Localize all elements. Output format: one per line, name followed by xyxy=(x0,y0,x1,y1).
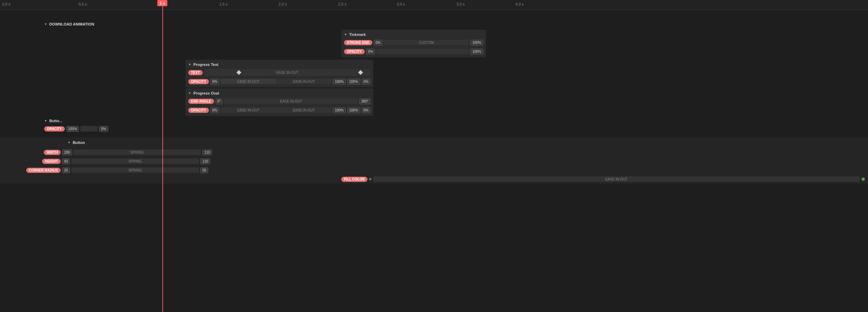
width-row: WIDTH 200 SPRING 110 xyxy=(0,148,868,157)
progress-oval-opacity-v3[interactable]: 100% xyxy=(347,107,360,113)
timeline-ruler: 0,0 s 0,5 s 1 s 1,5 s 2,0 s 2,5 s 3,0 s … xyxy=(0,0,868,10)
progress-text-label: Progress Text xyxy=(193,62,219,67)
button-inner-header-row: ▼ Button xyxy=(0,137,868,148)
height-row: HEIGHT 50 SPRING 110 xyxy=(0,157,868,166)
fill-color-circle-end[interactable] xyxy=(861,177,865,181)
button-outer-opacity-val-end[interactable]: 0% xyxy=(99,126,108,132)
download-animation-section: ▼ DOWNLOAD ANIMATION xyxy=(41,21,97,28)
tickmark-label: Tickmark xyxy=(349,32,366,37)
button-inner-label: Button xyxy=(73,140,85,145)
width-val-start[interactable]: 200 xyxy=(62,149,72,155)
fill-color-label: FILL COLOR xyxy=(341,177,367,182)
progress-text-opacity-v4[interactable]: 0% xyxy=(362,79,371,85)
fill-color-circle-start[interactable] xyxy=(369,178,372,181)
corner-radius-val-end[interactable]: 55 xyxy=(200,167,208,173)
timeline-content: ▼ DOWNLOAD ANIMATION ▼ Tickmark STROKE E… xyxy=(0,10,868,312)
fill-color-ease: EASE IN-OUT xyxy=(605,177,627,181)
progress-text-opacity-v1[interactable]: 0% xyxy=(210,79,219,85)
tickmark-collapse[interactable]: ▼ xyxy=(344,33,347,36)
progress-oval-opacity-label: OPACITY xyxy=(188,108,209,113)
collapse-triangle[interactable]: ▼ xyxy=(44,22,47,26)
button-outer-label: Butto... xyxy=(49,119,62,123)
progress-oval-ease1: EASE IN-OUT xyxy=(238,108,260,112)
tick-3-5s: 3,5 s xyxy=(456,2,465,6)
height-val-start[interactable]: 50 xyxy=(62,158,70,164)
stroke-end-label: STROKE END xyxy=(344,40,372,45)
button-outer-opacity-val-start[interactable]: 100% xyxy=(66,126,79,132)
playhead[interactable]: 1 s xyxy=(162,0,163,312)
tick-3s: 3,0 s xyxy=(397,2,405,6)
download-animation-label: DOWNLOAD ANIMATION xyxy=(49,22,94,26)
progress-text-ease1: EASE IN-OUT xyxy=(238,80,260,84)
tick-2-5s: 2,5 s xyxy=(338,2,346,6)
text-row: TEXT EASE IN-OUT xyxy=(185,68,373,77)
stroke-end-val-end[interactable]: 100% xyxy=(470,40,483,46)
button-inner-section: ▼ Button WIDTH 200 SPRING 110 HEIGHT 50 … xyxy=(0,137,868,184)
progress-text-opacity-row: OPACITY 0% EASE IN-OUT EASE IN-OUT 100% … xyxy=(185,77,373,86)
button-outer-opacity-row: OPACITY 100% 0% xyxy=(41,124,111,133)
stroke-end-val-start[interactable]: 0% xyxy=(374,40,383,46)
stroke-end-row: STROKE END 0% CUSTOM 100% xyxy=(341,38,486,47)
fill-color-row: FILL COLOR EASE IN-OUT xyxy=(0,175,868,184)
button-outer-section: ▼ Butto... OPACITY 100% 0% xyxy=(41,117,111,133)
download-animation-header: ▼ DOWNLOAD ANIMATION xyxy=(41,21,97,28)
end-angle-label: END ANGLE xyxy=(188,99,214,104)
width-val-end[interactable]: 110 xyxy=(202,149,212,155)
text-ease-label: EASE IN-OUT xyxy=(276,71,298,75)
button-outer-header: ▼ Butto... xyxy=(41,117,111,124)
end-angle-val-start[interactable]: 0° xyxy=(215,98,223,104)
text-diamond-start[interactable] xyxy=(236,70,241,75)
end-angle-val-end[interactable]: 360° xyxy=(359,98,371,104)
progress-oval-label: Progress Oval xyxy=(193,91,219,95)
progress-oval-section: ▼ Progress Oval END ANGLE 0° EASE IN-OUT… xyxy=(185,88,373,116)
progress-text-section: ▼ Progress Text TEXT EASE IN-OUT OPACITY… xyxy=(185,60,373,87)
tickmark-opacity-label: OPACITY xyxy=(344,49,365,54)
corner-radius-row: CORNER RADIUS 25 SPRING 55 xyxy=(0,166,868,175)
text-label: TEXT xyxy=(188,70,203,75)
tick-2s: 2,0 s xyxy=(279,2,287,6)
progress-text-collapse[interactable]: ▼ xyxy=(188,63,191,66)
width-ease: SPRING xyxy=(131,150,144,154)
button-inner-collapse[interactable]: ▼ xyxy=(68,141,71,144)
tickmark-opacity-val-end[interactable]: 100% xyxy=(470,49,483,55)
end-angle-ease: EASE IN-OUT xyxy=(280,99,302,103)
corner-radius-val-start[interactable]: 25 xyxy=(62,167,70,173)
progress-text-opacity-v3[interactable]: 100% xyxy=(347,79,360,85)
progress-oval-header: ▼ Progress Oval xyxy=(185,90,373,97)
progress-oval-opacity-v2[interactable]: 100% xyxy=(333,107,346,113)
corner-radius-ease: SPRING xyxy=(129,168,142,172)
tickmark-opacity-val-start[interactable]: 0% xyxy=(366,49,375,55)
tickmark-section-bg: ▼ Tickmark STROKE END 0% CUSTOM 100% OPA… xyxy=(341,30,486,57)
width-label: WIDTH xyxy=(44,150,61,155)
button-outer-collapse[interactable]: ▼ xyxy=(44,119,47,123)
height-val-end[interactable]: 110 xyxy=(200,158,210,164)
stroke-end-ease: CUSTOM xyxy=(419,41,434,45)
progress-oval-opacity-row: OPACITY 0% EASE IN-OUT EASE IN-OUT 100% … xyxy=(185,106,373,115)
progress-oval-opacity-v1[interactable]: 0% xyxy=(210,107,219,113)
progress-text-ease2: EASE IN-OUT xyxy=(293,80,315,84)
tick-4s: 4,0 s xyxy=(515,2,524,6)
height-ease: SPRING xyxy=(129,159,142,163)
button-outer-opacity-label: OPACITY xyxy=(44,126,65,131)
end-angle-row: END ANGLE 0° EASE IN-OUT 360° xyxy=(185,97,373,106)
tickmark-opacity-row: OPACITY 0% 100% xyxy=(341,47,486,56)
progress-oval-ease2: EASE IN-OUT xyxy=(293,108,315,112)
progress-text-opacity-v2[interactable]: 100% xyxy=(333,79,346,85)
corner-radius-label: CORNER RADIUS xyxy=(26,168,61,173)
tick-0s: 0,0 s xyxy=(2,2,10,6)
progress-oval-opacity-v4[interactable]: 0% xyxy=(362,107,371,113)
tick-0-5s: 0,5 s xyxy=(79,2,87,6)
tick-1-5s: 1,5 s xyxy=(219,2,228,6)
progress-text-opacity-label: OPACITY xyxy=(188,79,209,84)
height-label: HEIGHT xyxy=(42,159,61,164)
tickmark-header: ▼ Tickmark xyxy=(341,31,486,38)
text-diamond-end[interactable] xyxy=(358,70,363,75)
progress-text-header: ▼ Progress Text xyxy=(185,61,373,68)
progress-oval-collapse[interactable]: ▼ xyxy=(188,91,191,95)
playhead-label: 1 s xyxy=(157,0,167,6)
